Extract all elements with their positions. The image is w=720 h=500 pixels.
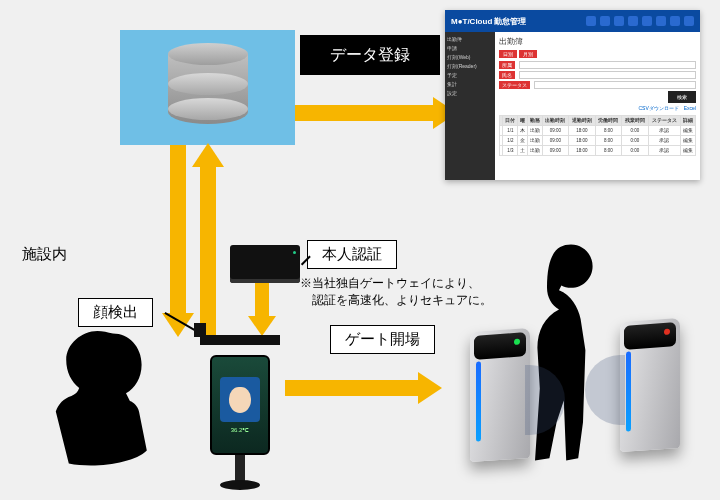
sidebar-item: 打刻(Reader) (447, 63, 493, 69)
header-icon (614, 16, 624, 26)
form-input (519, 71, 696, 79)
dashboard-main: 出勤簿 日別 月別 所属 氏名 ステータス 検索 CSVダウンロード Excel… (495, 32, 700, 180)
header-icon (656, 16, 666, 26)
form-input (534, 81, 696, 89)
tab: 日別 (499, 50, 517, 58)
form-label: 氏名 (499, 71, 515, 79)
sidebar-item: 予定 (447, 72, 493, 78)
sidebar-item: 設定 (447, 90, 493, 96)
form-input (519, 61, 696, 69)
sidebar-item: 打刻(Web) (447, 54, 493, 60)
face-recognition-kiosk-icon: 36.2℃ (200, 335, 280, 485)
export-links: CSVダウンロード Excel (499, 105, 696, 111)
cloud-server-box (120, 30, 295, 145)
search-button: 検索 (668, 91, 696, 103)
header-icon (600, 16, 610, 26)
table-row: 1/1木出勤09:0018:008:000:00承認編集 (500, 126, 696, 136)
gateway-device-icon (230, 245, 300, 283)
table-row: 1/2金出勤09:0018:008:000:00承認編集 (500, 136, 696, 146)
diagram-canvas: データ登録 M●T/Cloud 勤怠管理 出勤簿 申請 打刻(Web) 打刻(R… (0, 0, 720, 500)
sidebar-item: 集計 (447, 81, 493, 87)
attendance-table: 日付曜勤務出勤時刻退勤時刻労働時間残業時間ステータス詳細 1/1木出勤09:00… (499, 115, 696, 156)
form-label: 所属 (499, 61, 515, 69)
gate-open-label: ゲート開場 (330, 325, 435, 354)
sidebar-item: 出勤簿 (447, 36, 493, 42)
form-label: ステータス (499, 81, 530, 89)
arrow-cloud-to-dashboard (295, 105, 435, 121)
dashboard-sidebar: 出勤簿 申請 打刻(Web) 打刻(Reader) 予定 集計 設定 (445, 32, 495, 180)
attendance-dashboard: M●T/Cloud 勤怠管理 出勤簿 申請 打刻(Web) 打刻(Reader)… (445, 10, 700, 180)
dashboard-title: 出勤簿 (499, 36, 696, 47)
header-icon (670, 16, 680, 26)
dashboard-header-icons (586, 16, 694, 26)
database-icon (168, 43, 248, 133)
sidebar-item: 申請 (447, 45, 493, 51)
identity-auth-label: 本人認証 (307, 240, 397, 269)
table-row: 1/3土出勤09:0018:008:000:00承認編集 (500, 146, 696, 156)
arrow-gateway-to-cloud (170, 145, 186, 315)
header-icon (684, 16, 694, 26)
person-silhouette-icon (35, 320, 165, 490)
tab: 月別 (519, 50, 537, 58)
dashboard-logo: M●T/Cloud 勤怠管理 (451, 16, 527, 27)
facility-label: 施設内 (22, 245, 67, 264)
speed-gate-icon (460, 310, 690, 485)
arrow-kiosk-to-gate (285, 380, 420, 396)
header-icon (586, 16, 596, 26)
gateway-note: ※当社独自ゲートウェイにより、 認証を高速化、よりセキュアに。 (300, 275, 530, 309)
arrow-cloud-to-gateway (200, 165, 216, 335)
header-icon (628, 16, 638, 26)
data-register-label: データ登録 (300, 35, 440, 75)
header-icon (642, 16, 652, 26)
dashboard-header: M●T/Cloud 勤怠管理 (445, 10, 700, 32)
arrow-gateway-to-kiosk (255, 283, 269, 318)
